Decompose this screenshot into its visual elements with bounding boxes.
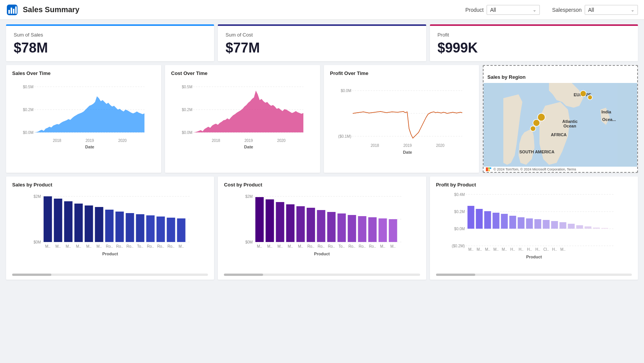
product-filter-select[interactable]: All ⌄ (487, 5, 540, 15)
svg-text:M..: M.. (97, 244, 102, 248)
svg-text:Ro..: Ro.. (167, 244, 174, 248)
kpi-row: Sum of Sales $78M Sum of Cost $77M Profi… (6, 24, 638, 61)
svg-text:M..: M.. (278, 244, 283, 248)
map-marker-africa3 (530, 126, 536, 131)
header: Sales Summary Product All ⌄ Salesperson … (0, 0, 644, 20)
svg-text:Product: Product (526, 255, 542, 259)
svg-text:Ro..: Ro.. (359, 244, 366, 248)
kpi-sales-value: $78M (14, 40, 206, 56)
profit-by-product-chart: $0.4M $0.2M $0.0M ($0.2M) (436, 191, 632, 271)
salesperson-filter-label: Salesperson (552, 7, 582, 13)
cost-bar-2 (266, 199, 274, 242)
sales-by-region-card: Sales by Region (483, 65, 638, 173)
svg-text:M..: M.. (45, 244, 51, 248)
cost-bar-13 (379, 218, 387, 242)
bar-4 (75, 204, 83, 242)
svg-text:2018: 2018 (212, 139, 220, 143)
bar-7 (105, 210, 114, 242)
svg-rect-45 (489, 169, 490, 171)
profit-bar-8 (526, 218, 533, 229)
map-marker-africa1 (538, 113, 545, 121)
cost-bar-12 (368, 217, 377, 242)
svg-text:Cl..: Cl.. (543, 247, 549, 252)
bing-logo-icon (486, 167, 492, 171)
salesperson-filter-select[interactable]: All ⌄ (585, 5, 638, 15)
svg-text:Ro..: Ro.. (318, 244, 325, 248)
map-marker-africa2 (533, 119, 540, 126)
svg-text:M..: M.. (476, 247, 482, 252)
svg-text:2020: 2020 (436, 143, 445, 148)
profit-over-time-card: Profit Over Time $0.0M ($0.1M) 2018 2019… (324, 65, 479, 173)
svg-text:Date: Date (85, 145, 94, 149)
profit-bar-2 (476, 209, 482, 229)
salesperson-filter-value: All (588, 7, 594, 13)
cost-product-scrollbar[interactable] (224, 274, 420, 276)
svg-text:M..: M.. (298, 244, 303, 248)
map-svg: EUROPE AFRICA SOUTH AMERICA Atlantic Oce… (484, 83, 637, 167)
salesperson-filter-chevron-icon: ⌄ (631, 7, 634, 13)
svg-text:M..: M.. (179, 244, 184, 248)
svg-text:M..: M.. (76, 244, 81, 248)
svg-text:Ro..: Ro.. (126, 244, 133, 248)
map-marker-europe2 (588, 95, 592, 100)
svg-rect-42 (486, 167, 488, 171)
svg-text:To..: To.. (339, 244, 345, 248)
cost-by-product-title: Cost by Product (224, 182, 420, 188)
kpi-sales: Sum of Sales $78M (6, 24, 214, 61)
profit-bar-13 (568, 224, 574, 229)
svg-text:To..: To.. (137, 244, 143, 248)
svg-text:2019: 2019 (244, 139, 253, 143)
sales-over-time-title: Sales Over Time (12, 70, 155, 76)
svg-rect-1 (8, 10, 10, 14)
bar-12 (157, 217, 165, 242)
bar-13 (167, 218, 175, 242)
svg-text:2018: 2018 (371, 143, 379, 148)
cost-bar-11 (358, 216, 366, 242)
svg-text:$0.4M: $0.4M (454, 193, 465, 197)
kpi-cost: Sum of Cost $77M (218, 24, 426, 61)
kpi-cost-label: Sum of Cost (225, 32, 418, 38)
svg-text:Ro..: Ro.. (369, 244, 376, 248)
charts-row2: Sales by Product $2M $0M (6, 177, 638, 280)
svg-text:Atlantic: Atlantic (562, 119, 577, 124)
bar-2 (54, 199, 62, 242)
svg-text:Product: Product (314, 252, 330, 256)
kpi-profit-label: Profit (438, 32, 630, 38)
profit-product-scrollbar[interactable] (436, 274, 632, 276)
svg-text:M..: M.. (493, 247, 498, 252)
svg-text:H..: H.. (510, 247, 515, 252)
svg-text:Date: Date (403, 150, 412, 154)
svg-text:Ro..: Ro.. (349, 244, 355, 248)
cost-bar-14 (389, 219, 397, 242)
svg-text:M..: M.. (390, 244, 396, 248)
profit-over-time-chart: $0.0M ($0.1M) 2018 2019 2020 Date (330, 79, 473, 155)
svg-text:Ro..: Ro.. (328, 244, 335, 248)
sales-by-region-map: EUROPE AFRICA SOUTH AMERICA Atlantic Oce… (484, 83, 637, 167)
svg-text:$2M: $2M (246, 194, 253, 199)
svg-text:2019: 2019 (403, 143, 412, 148)
svg-text:M..: M.. (485, 247, 490, 252)
cost-over-time-chart: $0.5M $0.2M $0.0M 2018 2019 2020 Date (171, 79, 314, 155)
kpi-cost-value: $77M (225, 40, 418, 56)
svg-text:$0M: $0M (33, 240, 41, 244)
page-title: Sales Summary (23, 5, 453, 14)
svg-rect-2 (11, 8, 12, 14)
profit-bar-15 (584, 226, 591, 229)
svg-text:2018: 2018 (53, 139, 62, 143)
map-marker-europe1 (580, 91, 586, 97)
sales-product-scrollbar[interactable] (12, 274, 208, 276)
profit-bar-6 (509, 216, 516, 229)
sales-by-product-chart: $2M $0M M.. M.. M.. (12, 191, 208, 271)
svg-text:2020: 2020 (118, 139, 127, 143)
svg-text:$0.0M: $0.0M (341, 89, 351, 93)
bar-8 (116, 212, 124, 242)
profit-bar-4 (492, 213, 499, 229)
svg-text:Product: Product (102, 252, 118, 256)
cost-bar-4 (286, 204, 295, 242)
svg-text:$2M: $2M (33, 194, 41, 199)
profit-bar-14 (576, 225, 583, 229)
svg-text:Ro..: Ro.. (116, 244, 123, 248)
svg-text:2019: 2019 (86, 139, 94, 143)
svg-rect-43 (489, 167, 490, 169)
product-filter-group: Product All ⌄ (465, 5, 540, 15)
